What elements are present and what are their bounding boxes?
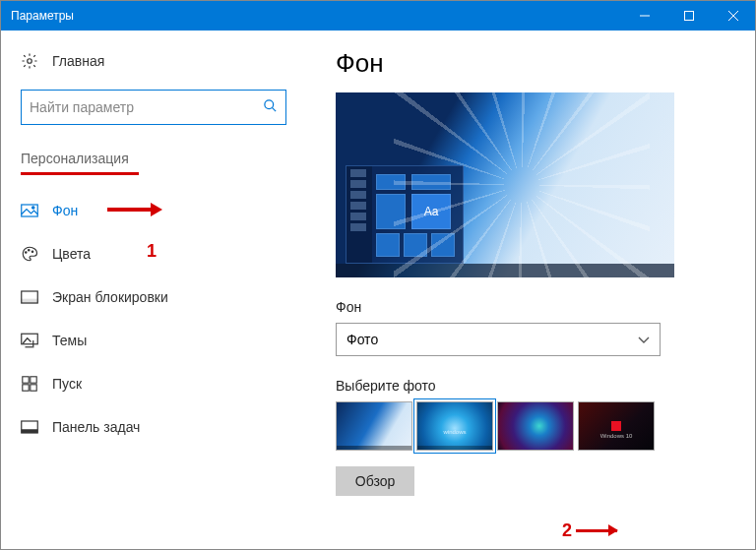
chevron-down-icon bbox=[638, 332, 650, 347]
minimize-icon bbox=[640, 11, 650, 21]
start-icon bbox=[21, 375, 38, 393]
annotation-2: 2 bbox=[562, 520, 617, 541]
nav-label: Темы bbox=[52, 333, 87, 348]
search-box[interactable] bbox=[21, 90, 286, 125]
page-title: Фон bbox=[336, 48, 725, 79]
titlebar: Параметры bbox=[1, 1, 755, 31]
svg-point-8 bbox=[32, 207, 34, 209]
svg-rect-1 bbox=[684, 12, 693, 21]
annotation-arrow-2 bbox=[576, 529, 617, 532]
themes-icon bbox=[21, 332, 38, 349]
svg-line-6 bbox=[272, 107, 276, 111]
nav-label: Экран блокировки bbox=[52, 289, 168, 305]
picture-icon bbox=[21, 202, 38, 219]
nav-label: Фон bbox=[52, 203, 78, 218]
home-label: Главная bbox=[52, 53, 104, 69]
search-input[interactable] bbox=[30, 99, 263, 115]
preview-taskbar bbox=[336, 264, 674, 277]
taskbar-icon bbox=[21, 418, 38, 436]
background-type-label: Фон bbox=[336, 299, 725, 315]
photo-thumbnails: windows bbox=[336, 401, 725, 451]
nav-colors[interactable]: Цвета bbox=[21, 232, 286, 275]
svg-rect-7 bbox=[22, 205, 38, 216]
preview-start-menu: Aa bbox=[346, 165, 464, 264]
thumbnail-1[interactable] bbox=[336, 401, 412, 451]
annotation-arrow-1 bbox=[105, 195, 164, 224]
sidebar: Главная Персонализация Фон 1 bbox=[1, 31, 306, 549]
svg-rect-20 bbox=[31, 385, 36, 391]
annotation-underline bbox=[21, 172, 139, 175]
thumbnail-2[interactable]: windows bbox=[416, 401, 493, 451]
nav-background[interactable]: Фон bbox=[21, 189, 286, 232]
thumbnail-3[interactable] bbox=[497, 401, 574, 451]
nav-themes[interactable]: Темы bbox=[21, 319, 286, 362]
nav-taskbar[interactable]: Панель задач bbox=[21, 405, 286, 449]
preview-sample-text: Aa bbox=[411, 194, 451, 229]
close-button[interactable] bbox=[711, 1, 755, 31]
background-preview: Aa bbox=[336, 92, 674, 277]
home-button[interactable]: Главная bbox=[21, 52, 286, 70]
category-label: Персонализация bbox=[21, 151, 286, 166]
thumbnail-4[interactable] bbox=[578, 401, 655, 451]
dropdown-value: Фото bbox=[346, 332, 378, 347]
svg-rect-22 bbox=[22, 429, 38, 433]
svg-point-11 bbox=[26, 252, 28, 254]
gear-icon bbox=[21, 52, 38, 70]
svg-rect-15 bbox=[22, 299, 38, 303]
svg-rect-17 bbox=[23, 377, 29, 383]
svg-point-4 bbox=[28, 59, 32, 64]
close-icon bbox=[728, 11, 738, 21]
maximize-icon bbox=[684, 11, 694, 21]
nav-label: Панель задач bbox=[52, 419, 140, 435]
annotation-number-2: 2 bbox=[562, 520, 572, 541]
settings-window: Параметры Главная bbox=[0, 0, 756, 550]
minimize-button[interactable] bbox=[622, 1, 666, 31]
svg-marker-10 bbox=[151, 203, 162, 216]
svg-point-12 bbox=[29, 250, 31, 252]
choose-photo-label: Выберите фото bbox=[336, 378, 725, 394]
search-icon bbox=[263, 98, 278, 117]
svg-rect-19 bbox=[23, 385, 29, 391]
svg-point-5 bbox=[265, 99, 274, 108]
svg-point-13 bbox=[32, 251, 33, 253]
window-controls bbox=[622, 1, 755, 31]
background-type-dropdown[interactable]: Фото bbox=[336, 323, 661, 356]
svg-rect-18 bbox=[31, 377, 36, 383]
window-title: Параметры bbox=[1, 9, 74, 23]
lockscreen-icon bbox=[21, 288, 38, 306]
browse-button[interactable]: Обзор bbox=[336, 466, 414, 496]
nav-lockscreen[interactable]: Экран блокировки bbox=[21, 275, 286, 319]
nav-label: Пуск bbox=[52, 376, 82, 392]
content-pane: Фон Aa Фон Фото bbox=[306, 31, 755, 549]
maximize-button[interactable] bbox=[666, 1, 711, 31]
palette-icon bbox=[21, 245, 38, 263]
nav-label: Цвета bbox=[52, 246, 91, 262]
nav-start[interactable]: Пуск bbox=[21, 362, 286, 405]
